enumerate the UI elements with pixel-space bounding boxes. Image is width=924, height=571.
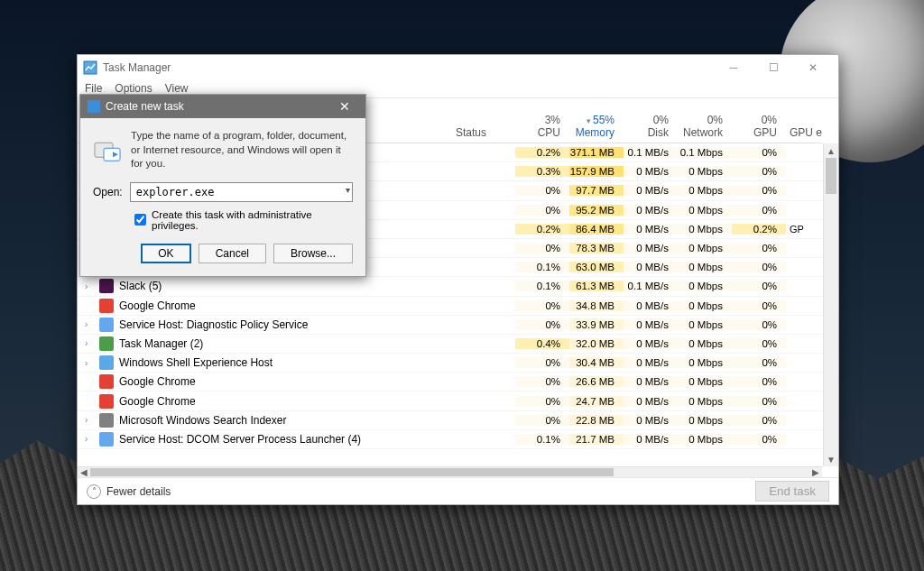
disk-cell: 0 MB/s [624,434,678,445]
cpu-cell: 0.4% [515,338,569,349]
col-memory[interactable]: ▾55%Memory [569,114,624,139]
cpu-cell: 0% [515,185,569,196]
process-name: Windows Shell Experience Host [119,356,273,369]
disk-cell: 0 MB/s [624,338,678,349]
open-combobox[interactable]: ▾ [130,182,353,202]
table-row[interactable]: ›Service Host: Diagnostic Policy Service… [78,316,822,335]
disk-cell: 0.1 MB/s [624,281,678,291]
network-cell: 0 Mbps [678,185,732,196]
col-gpu[interactable]: 0%GPU [732,114,786,139]
col-disk[interactable]: 0%Disk [624,114,678,139]
network-cell: 0 Mbps [678,338,732,349]
scroll-thumb-v[interactable] [826,158,836,194]
ok-button[interactable]: OK [141,244,190,263]
cancel-button[interactable]: Cancel [199,244,266,263]
table-row[interactable]: Google Chrome0%26.6 MB0 MB/s0 Mbps0% [78,373,822,391]
scroll-thumb-h[interactable] [90,468,614,476]
scroll-right-icon[interactable]: ▶ [809,467,822,477]
network-cell: 0 Mbps [678,396,732,407]
disk-cell: 0 MB/s [624,415,678,426]
chevron-up-icon: ˄ [87,484,101,499]
expand-chevron-icon[interactable]: › [85,319,96,329]
network-cell: 0 Mbps [678,376,732,387]
end-task-button[interactable]: End task [755,481,829,502]
process-name: Service Host: DCOM Server Process Launch… [119,433,361,446]
memory-cell: 26.6 MB [569,376,624,387]
network-cell: 0 Mbps [678,224,732,235]
app-icon [99,413,114,428]
gpu-cell: 0% [732,396,786,407]
table-row[interactable]: ›Slack (5)0.1%61.3 MB0.1 MB/s0 Mbps0% [78,277,822,296]
memory-cell: 63.0 MB [569,262,624,272]
col-gpu-engine[interactable]: GPU e [786,126,822,139]
expand-chevron-icon[interactable]: › [85,338,96,348]
cpu-cell: 0% [515,319,569,330]
memory-cell: 97.7 MB [569,185,624,196]
disk-cell: 0 MB/s [624,357,678,368]
admin-checkbox[interactable] [134,214,146,226]
expand-chevron-icon[interactable]: › [85,415,96,425]
network-cell: 0 Mbps [678,319,732,330]
open-input[interactable] [130,182,353,202]
gpu-cell: 0% [732,147,786,158]
table-row[interactable]: Google Chrome0%24.7 MB0 MB/s0 Mbps0% [78,391,822,410]
disk-cell: 0 MB/s [624,185,678,196]
table-row[interactable]: Google Chrome0%34.8 MB0 MB/s0 Mbps0% [78,297,822,316]
expand-chevron-icon[interactable]: › [85,281,96,291]
scroll-left-icon[interactable]: ◀ [78,467,90,477]
app-icon [99,336,114,351]
cpu-cell: 0.1% [515,262,569,272]
cpu-cell: 0.2% [515,224,569,235]
memory-cell: 371.1 MB [569,147,624,158]
vertical-scrollbar[interactable]: ▲ ▼ [823,143,838,466]
table-row[interactable]: ›Service Host: DCOM Server Process Launc… [78,430,822,449]
gpu-cell: 0% [732,357,786,368]
expand-chevron-icon[interactable]: › [85,434,96,444]
gpu-cell: 0% [732,185,786,196]
app-icon [99,432,114,447]
col-network[interactable]: 0%Network [678,114,732,139]
table-row[interactable]: ›Task Manager (2)0.4%32.0 MB0 MB/s0 Mbps… [78,335,822,354]
gpu-cell: 0% [732,300,786,311]
dialog-titlebar[interactable]: Create new task ✕ [80,95,365,118]
memory-cell: 22.8 MB [569,415,624,426]
memory-cell: 21.7 MB [569,434,624,445]
dropdown-icon[interactable]: ▾ [346,185,350,195]
app-icon [99,299,114,313]
sort-desc-icon: ▾ [587,116,591,125]
expand-chevron-icon[interactable]: › [85,358,96,368]
memory-cell: 24.7 MB [569,396,624,407]
run-dialog-icon [88,100,100,113]
gpu-cell: 0% [732,415,786,426]
dialog-close-button[interactable]: ✕ [331,99,358,114]
network-cell: 0.1 Mbps [678,147,732,158]
cpu-cell: 0% [515,243,569,253]
memory-cell: 61.3 MB [569,281,624,291]
cpu-cell: 0.1% [515,281,569,291]
process-name: Google Chrome [119,395,196,408]
table-row[interactable]: ›Microsoft Windows Search Indexer0%22.8 … [78,411,822,430]
app-icon [99,394,114,409]
gpu-cell: 0% [732,262,786,272]
fewer-details-button[interactable]: ˄ Fewer details [87,484,171,499]
close-button[interactable]: ✕ [793,55,833,80]
process-name: Google Chrome [119,375,196,388]
maximize-button[interactable]: ☐ [753,55,793,80]
col-cpu[interactable]: 3%CPU [515,114,569,139]
col-status[interactable]: Status [452,126,515,139]
cpu-cell: 0.2% [515,147,569,158]
browse-button[interactable]: Browse... [273,244,353,263]
disk-cell: 0 MB/s [624,300,678,311]
gpu-cell: 0% [732,319,786,330]
cpu-cell: 0.1% [515,434,569,445]
memory-cell: 34.8 MB [569,300,624,311]
scroll-down-icon[interactable]: ▼ [824,452,838,466]
titlebar[interactable]: Task Manager ─ ☐ ✕ [78,55,838,80]
minimize-button[interactable]: ─ [714,55,753,80]
horizontal-scrollbar[interactable]: ◀ ▶ [78,466,822,477]
gpu-cell: 0% [732,338,786,349]
fewer-details-label: Fewer details [106,485,171,498]
scroll-up-icon[interactable]: ▲ [824,143,838,158]
cpu-cell: 0.3% [515,166,569,177]
table-row[interactable]: ›Windows Shell Experience Host0%30.4 MB0… [78,354,822,373]
